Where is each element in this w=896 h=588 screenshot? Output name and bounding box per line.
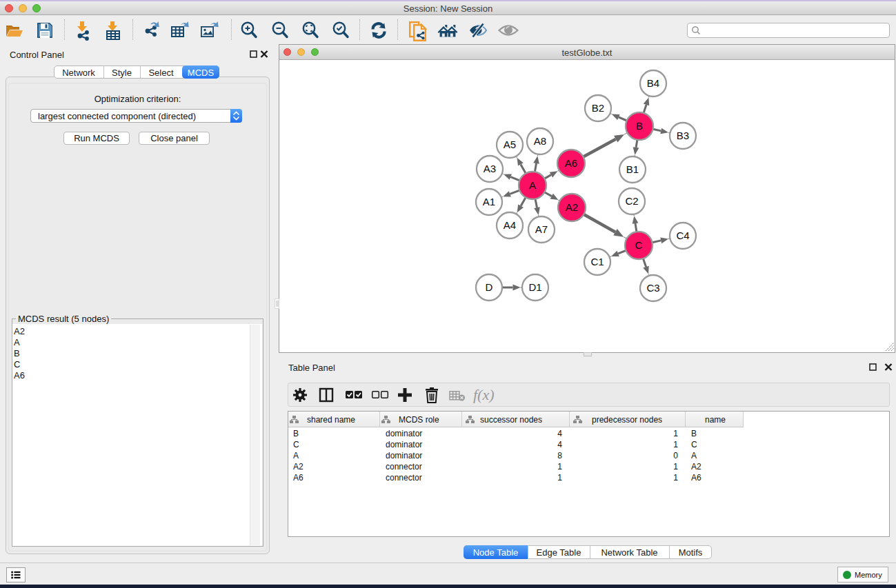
- svg-text:B2: B2: [592, 102, 604, 114]
- svg-text:B4: B4: [647, 77, 659, 89]
- svg-text:D: D: [486, 281, 493, 293]
- svg-text:B1: B1: [626, 163, 639, 175]
- svg-text:B: B: [636, 120, 643, 132]
- svg-text:A1: A1: [483, 196, 495, 207]
- svg-text:A7: A7: [535, 223, 548, 235]
- svg-text:A4: A4: [504, 219, 516, 231]
- svg-text:D1: D1: [528, 281, 541, 293]
- svg-text:C: C: [635, 239, 643, 251]
- svg-text:C2: C2: [625, 195, 638, 207]
- svg-text:C4: C4: [676, 230, 689, 241]
- svg-text:A3: A3: [484, 163, 496, 174]
- svg-text:B3: B3: [677, 130, 689, 141]
- svg-text:A: A: [529, 179, 536, 191]
- svg-text:A6: A6: [565, 157, 577, 169]
- svg-text:C1: C1: [590, 256, 604, 267]
- svg-text:A2: A2: [566, 201, 578, 213]
- svg-text:C3: C3: [646, 282, 659, 294]
- svg-text:A8: A8: [534, 135, 546, 147]
- svg-text:A5: A5: [504, 139, 516, 150]
